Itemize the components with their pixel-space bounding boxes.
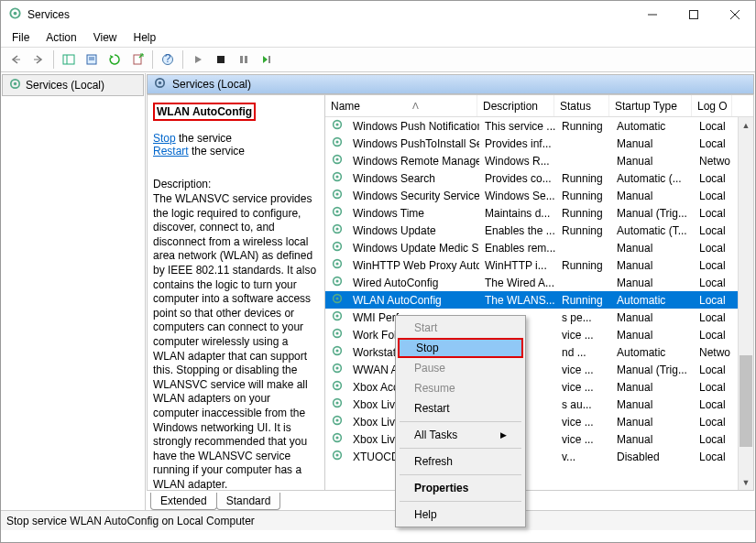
cell-logon: Local xyxy=(694,416,734,429)
cell-desc: The Wired A... xyxy=(479,277,556,289)
cell-status: vice ... xyxy=(556,381,611,394)
col-startup[interactable]: Startup Type xyxy=(609,95,692,116)
cell-name: Windows PushToInstall Serv... xyxy=(347,137,479,150)
cell-name: Windows Security Service xyxy=(347,190,479,202)
cell-logon: Local xyxy=(694,277,734,289)
table-row[interactable]: WinHTTP Web Proxy Auto-...WinHTTP i...Ru… xyxy=(325,256,753,274)
cm-resume: Resume xyxy=(398,378,523,398)
table-row[interactable]: WLAN AutoConfigThe WLANS...RunningAutoma… xyxy=(325,291,753,309)
cm-refresh[interactable]: Refresh xyxy=(398,451,523,472)
cell-status: Running xyxy=(556,224,611,237)
cell-logon: Netwo xyxy=(694,155,734,168)
cm-stop[interactable]: Stop xyxy=(398,338,523,358)
table-row[interactable]: Windows Update Medic Ser...Enables rem..… xyxy=(325,239,753,256)
cell-startup: Manual (Trig... xyxy=(611,207,694,220)
cell-logon: Local xyxy=(694,329,734,342)
col-description[interactable]: Description xyxy=(477,95,554,116)
table-row[interactable]: Windows SearchProvides co...RunningAutom… xyxy=(325,169,753,187)
table-row[interactable]: Windows PushToInstall Serv...Provides in… xyxy=(325,135,753,152)
svg-rect-18 xyxy=(245,56,247,63)
cm-properties[interactable]: Properties xyxy=(398,478,523,498)
cell-startup: Disabled xyxy=(611,451,694,463)
stop-service-icon[interactable] xyxy=(210,49,232,70)
restart-service-icon[interactable] xyxy=(256,49,278,70)
stop-link[interactable]: Stop xyxy=(153,132,176,145)
gear-icon xyxy=(331,153,344,168)
gear-icon xyxy=(331,449,344,464)
table-row[interactable]: Windows Security ServiceWindows Se...Run… xyxy=(325,187,753,204)
close-button[interactable] xyxy=(714,1,755,28)
selected-service-name: WLAN AutoConfig xyxy=(153,103,256,121)
cell-startup: Manual xyxy=(611,137,694,150)
stop-suffix: the service xyxy=(176,132,232,145)
table-row[interactable]: Workstatind ...AutomaticNetwo xyxy=(325,343,753,361)
tab-extended[interactable]: Extended xyxy=(150,493,217,510)
forward-icon[interactable] xyxy=(27,49,49,70)
cm-all-tasks[interactable]: All Tasks▶ xyxy=(398,425,523,445)
cell-status: Running xyxy=(556,294,611,307)
show-hide-tree-icon[interactable] xyxy=(58,49,80,70)
refresh-icon[interactable] xyxy=(104,49,126,70)
scrollbar[interactable]: ▲ ▼ xyxy=(738,117,753,490)
col-name[interactable]: Nameᐱ xyxy=(325,95,477,116)
cell-desc: WinHTTP i... xyxy=(479,259,556,272)
left-panel: Services (Local) xyxy=(1,73,146,510)
help-icon[interactable]: ? xyxy=(157,49,179,70)
menu-action[interactable]: Action xyxy=(38,29,83,46)
table-row[interactable]: Xbox Live s au...ManualLocal xyxy=(325,396,753,413)
cell-status: Running xyxy=(556,190,611,202)
svg-point-29 xyxy=(335,157,338,160)
back-icon[interactable] xyxy=(5,49,27,70)
col-status[interactable]: Status xyxy=(554,95,609,116)
tab-standard[interactable]: Standard xyxy=(216,493,281,510)
menu-view[interactable]: View xyxy=(86,29,125,46)
pause-service-icon[interactable] xyxy=(233,49,255,70)
cell-status: Running xyxy=(556,207,611,220)
scrollbar-thumb[interactable] xyxy=(740,355,752,447)
cell-logon: Local xyxy=(694,433,734,446)
cell-desc: Windows Se... xyxy=(479,190,556,202)
col-logon[interactable]: Log O xyxy=(692,95,732,116)
cell-logon: Local xyxy=(694,451,734,463)
gear-icon xyxy=(331,257,344,273)
table-row[interactable]: Windows Remote Manage...Windows R...Manu… xyxy=(325,152,753,169)
tree-services-local[interactable]: Services (Local) xyxy=(2,74,144,96)
table-row[interactable]: Windows Push Notification...This service… xyxy=(325,117,753,135)
table-row[interactable]: WMI Perfos pe...ManualLocal xyxy=(325,309,753,326)
cell-name: Windows Push Notification... xyxy=(347,120,479,133)
minimize-button[interactable] xyxy=(631,1,673,28)
table-row[interactable]: Xbox Accevice ...ManualLocal xyxy=(325,378,753,396)
svg-point-45 xyxy=(335,297,338,299)
cell-startup: Manual xyxy=(611,277,694,289)
cell-logon: Local xyxy=(694,398,734,411)
maximize-button[interactable] xyxy=(673,1,714,28)
table-row[interactable]: Wired AutoConfigThe Wired A...ManualLoca… xyxy=(325,274,753,291)
table-row[interactable]: Windows TimeMaintains d...RunningManual … xyxy=(325,204,753,222)
table-row[interactable]: XTUOCDrivv...DisabledLocal xyxy=(325,448,753,465)
scroll-up-icon[interactable]: ▲ xyxy=(739,117,753,133)
cm-help[interactable]: Help xyxy=(398,505,523,525)
table-row[interactable]: Windows UpdateEnables the ...RunningAuto… xyxy=(325,222,753,239)
toolbar: ? xyxy=(1,47,755,72)
start-service-icon[interactable] xyxy=(187,49,209,70)
panel-header-title: Services (Local) xyxy=(172,78,251,91)
cm-restart[interactable]: Restart xyxy=(398,398,523,418)
restart-link[interactable]: Restart xyxy=(153,145,189,157)
cell-status: nd ... xyxy=(556,346,611,359)
gear-icon xyxy=(331,327,344,342)
tree-item-label: Services (Local) xyxy=(26,79,104,92)
table-row[interactable]: Xbox Live vice ...ManualLocal xyxy=(325,430,753,448)
table-row[interactable]: WWAN Auvice ...Manual (Trig...Local xyxy=(325,361,753,378)
scroll-down-icon[interactable]: ▼ xyxy=(739,474,753,490)
menu-file[interactable]: File xyxy=(5,29,37,46)
menu-help[interactable]: Help xyxy=(126,29,164,46)
cell-name: WinHTTP Web Proxy Auto-... xyxy=(347,259,479,272)
cell-desc: The WLANS... xyxy=(479,294,556,307)
table-row[interactable]: Xbox Live vice ...ManualLocal xyxy=(325,413,753,430)
properties-icon[interactable] xyxy=(81,49,103,70)
menu-separator xyxy=(400,501,521,502)
table-row[interactable]: Work Foldvice ...ManualLocal xyxy=(325,326,753,343)
export-icon[interactable] xyxy=(126,49,148,70)
menu-separator xyxy=(400,448,521,449)
cell-startup: Manual xyxy=(611,433,694,446)
